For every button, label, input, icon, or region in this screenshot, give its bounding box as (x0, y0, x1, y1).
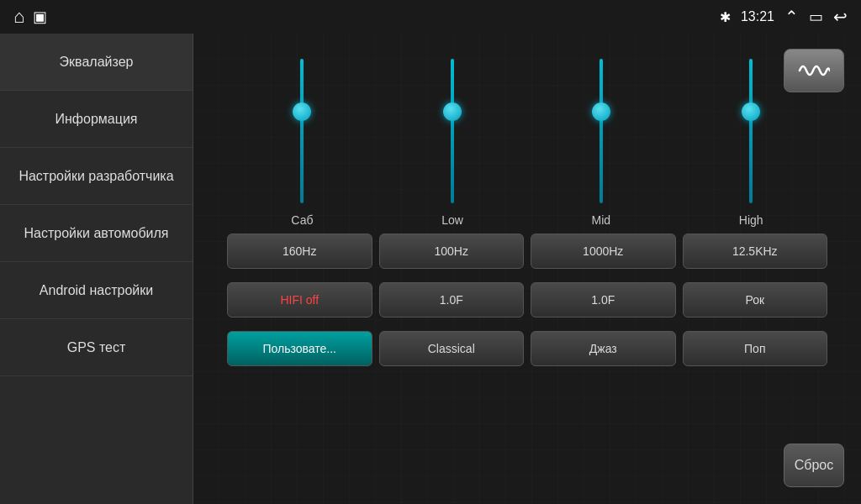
preset-btn-user[interactable]: Пользовате... (227, 331, 372, 366)
window-icon[interactable]: ▭ (809, 8, 823, 26)
image-icon[interactable]: ▣ (33, 8, 47, 26)
main-container: Эквалайзер Информация Настройки разработ… (0, 34, 861, 504)
sidebar-item-information[interactable]: Информация (0, 91, 193, 148)
slider-mid-thumb[interactable] (592, 102, 610, 121)
mode-btn-10f-2[interactable]: 1.0F (531, 282, 676, 318)
sidebar: Эквалайзер Информация Настройки разработ… (0, 34, 193, 504)
up-arrow-icon: ⌃ (784, 7, 799, 27)
preset-btn-pop[interactable]: Поп (683, 331, 828, 366)
home-icon[interactable]: ⌂ (13, 6, 24, 28)
slider-high: High (739, 59, 763, 227)
slider-high-track[interactable] (749, 59, 753, 203)
sidebar-item-equalizer[interactable]: Эквалайзер (0, 34, 193, 91)
eq-wave-icon (798, 58, 830, 83)
sidebar-item-dev-settings[interactable]: Настройки разработчика (0, 148, 193, 205)
mode-btn-rok[interactable]: Рок (683, 282, 828, 318)
slider-low-track[interactable] (451, 59, 454, 203)
preset-btn-classical[interactable]: Classical (379, 331, 525, 366)
status-left-icons: ⌂ ▣ (13, 6, 47, 28)
content-area: Саб Low Mid High (193, 34, 861, 504)
slider-sab-thumb[interactable] (293, 102, 311, 121)
status-bar: ⌂ ▣ ✱ 13:21 ⌃ ▭ ↩ (0, 0, 861, 34)
sidebar-item-gps-test[interactable]: GPS тест (0, 319, 193, 376)
sidebar-item-android-settings[interactable]: Android настройки (0, 262, 193, 319)
freq-btn-160hz[interactable]: 160Hz (227, 234, 372, 269)
slider-sab-track[interactable] (300, 59, 304, 203)
slider-high-label: High (739, 213, 763, 227)
mode-btn-10f-1[interactable]: 1.0F (379, 282, 525, 318)
slider-sab: Саб (291, 59, 313, 227)
slider-mid-label: Mid (592, 213, 611, 227)
freq-btn-1000hz[interactable]: 1000Hz (531, 234, 676, 269)
reset-button[interactable]: Сброс (784, 444, 844, 487)
freq-btn-125khz[interactable]: 12.5KHz (683, 234, 828, 269)
status-right-icons: ✱ 13:21 ⌃ ▭ ↩ (720, 7, 848, 27)
slider-high-thumb[interactable] (742, 102, 760, 121)
slider-low-thumb[interactable] (443, 102, 462, 121)
slider-mid: Mid (592, 59, 611, 227)
freq-buttons-row: 160Hz 100Hz 1000Hz 12.5KHz (219, 234, 836, 269)
eq-icon-button[interactable] (784, 49, 844, 92)
slider-low-label: Low (441, 213, 463, 227)
back-icon[interactable]: ↩ (833, 7, 848, 27)
slider-low: Low (441, 59, 463, 227)
mode-buttons-row: HIFI off 1.0F 1.0F Рок (219, 282, 836, 318)
sidebar-item-car-settings[interactable]: Настройки автомобиля (0, 205, 193, 262)
hifi-off-button[interactable]: HIFI off (227, 282, 372, 318)
preset-btn-jazz[interactable]: Джаз (531, 331, 676, 366)
slider-mid-track[interactable] (600, 59, 603, 203)
sliders-row: Саб Low Mid High (219, 59, 836, 227)
freq-btn-100hz[interactable]: 100Hz (379, 234, 525, 269)
slider-sab-label: Саб (291, 213, 313, 227)
bluetooth-icon: ✱ (720, 9, 731, 25)
preset-buttons-row: Пользовате... Classical Джаз Поп (219, 331, 836, 366)
status-time: 13:21 (741, 9, 774, 24)
